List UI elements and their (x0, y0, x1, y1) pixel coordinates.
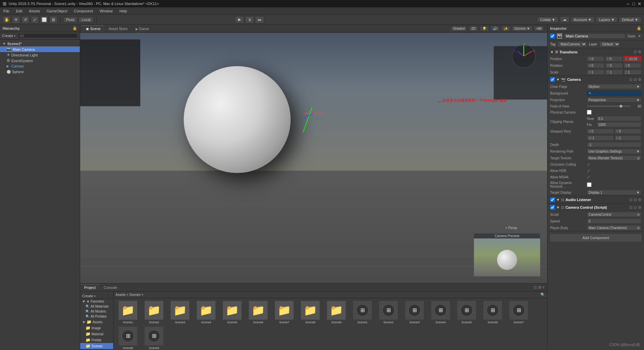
far-value[interactable]: 1000 (597, 122, 641, 127)
tab-project[interactable]: Project (80, 284, 100, 291)
audio-listener-icon-btn2[interactable]: ⊡ (634, 198, 637, 202)
camera-control-icon-btn2[interactable]: ⊡ (634, 205, 637, 210)
depth-value[interactable]: -1 (587, 142, 641, 147)
vp-h-field[interactable]: H1 (615, 135, 642, 141)
default-btn[interactable]: Default ▼ (619, 17, 641, 23)
local-btn[interactable]: Local (78, 17, 93, 23)
audio-listener-icon-btn3[interactable]: ⚙ (638, 198, 641, 202)
project-item-scene6-unity[interactable]: ⊞ Scene6 (481, 301, 504, 324)
camera-control-icon-btn1[interactable]: ⊡ (629, 205, 632, 210)
tab-game[interactable]: ▶Game (132, 25, 153, 32)
project-search-icon[interactable]: 🔍 (540, 293, 545, 297)
layers-btn[interactable]: Layers ▼ (596, 17, 618, 23)
pause-btn[interactable]: ⏸ (245, 16, 254, 23)
project-item-scene1-folder[interactable]: 📁 Scene1 (116, 301, 140, 324)
transform-header[interactable]: ▼ ⊞ Transform ⊡ ⚙ (547, 48, 644, 55)
scale-z-field[interactable]: Z 1 (624, 69, 641, 75)
tool-transform[interactable]: ⊞ (49, 16, 57, 23)
rot-z-field[interactable]: Z 0 (624, 63, 641, 68)
close-btn[interactable]: ✕ (638, 1, 641, 6)
minimize-btn[interactable]: ─ (627, 1, 630, 6)
pos-x-field[interactable]: X 0 (587, 56, 604, 61)
project-item-scene7-folder[interactable]: 📁 Scene7 (273, 301, 296, 324)
hierarchy-create[interactable]: Create • (2, 34, 15, 38)
camera-control-header[interactable]: ▼ ⊡ Camera Control (Script) ⊡ ⊡ ⚙ (547, 204, 644, 211)
scale-x-field[interactable]: X 1 (587, 69, 605, 75)
tool-rotate[interactable]: ↺ (21, 16, 29, 23)
hierarchy-lock[interactable]: 🔒 (72, 26, 77, 30)
hierarchy-item-maincamera[interactable]: 📷 Main Camera (0, 46, 80, 52)
project-allprefabs[interactable]: 🔍 All Prefabs (80, 314, 113, 319)
project-material[interactable]: 📁 Material (80, 331, 113, 337)
transform-icon-btn2[interactable]: ⚙ (638, 50, 641, 54)
vp-w-field[interactable]: W1 (587, 135, 614, 141)
speed-value[interactable]: 2 (587, 218, 641, 224)
project-item-scene1-unity[interactable]: ⊞ Scene1 (351, 301, 374, 324)
project-item-scene9-folder[interactable]: 📁 Scene9 (325, 301, 348, 324)
project-create-btn[interactable]: Create • (82, 294, 96, 298)
menu-gameobject[interactable]: GameObject (45, 8, 69, 14)
2d-btn[interactable]: 2D (469, 26, 478, 31)
allow-dynamic-checkbox[interactable] (587, 182, 592, 187)
fov-slider[interactable] (587, 106, 631, 107)
scene-view[interactable]: Camera Preview X Y (80, 33, 547, 283)
hierarchy-item-scene1[interactable]: ▼ Scene1* (0, 41, 80, 46)
rot-x-field[interactable]: X 0 (587, 63, 605, 68)
background-color[interactable]: ✎ (587, 91, 641, 96)
transform-icon-btn1[interactable]: ⊡ (634, 50, 637, 54)
inspector-lock[interactable]: 🔒 (637, 26, 641, 30)
allow-msaa-check[interactable]: ✓ (587, 175, 591, 180)
project-item-scene2-unity[interactable]: ⊞ Scene2 (377, 301, 400, 324)
menu-edit[interactable]: Edit (15, 8, 24, 14)
project-assets[interactable]: ▼ 📁 Assets (80, 319, 113, 325)
project-item-scene5-folder[interactable]: 📁 Scene5 (220, 301, 244, 324)
near-value[interactable]: 0.3 (597, 116, 641, 121)
audio-listener-header[interactable]: ▼ ⊡ Audio Listener ⊡ ⊡ ⚙ (547, 196, 644, 203)
collab-btn[interactable]: Collab ▼ (537, 17, 558, 23)
project-item-scene5-unity[interactable]: ⊞ Scene5 (455, 301, 478, 324)
hierarchy-item-eventsystem[interactable]: ⚙ EventSystem (0, 58, 80, 63)
add-component-btn[interactable]: Add Component (550, 234, 641, 241)
tool-rect[interactable]: ⬜ (40, 16, 48, 23)
project-item-scene7-unity[interactable]: ⊞ Scene7 (507, 301, 530, 324)
camera-icon-btn2[interactable]: ⊡ (634, 77, 637, 82)
hierarchy-item-sphere[interactable]: ⬤ Sphere (0, 69, 80, 74)
camera-comp-header[interactable]: ▼ 📷 Camera ⊡ ⊡ ⚙ (547, 76, 644, 83)
project-item-scene4-unity[interactable]: ⊞ Scene4 (429, 301, 452, 324)
project-scenes[interactable]: 📁 Scenes (80, 343, 113, 349)
rot-y-field[interactable]: Y 0 (605, 63, 623, 68)
hierarchy-item-canvas[interactable]: ▶ Canvas (0, 63, 80, 69)
rendering-path-dropdown[interactable]: Use Graphics Settings ▼ (587, 149, 641, 154)
target-texture-dropdown[interactable]: None (Render Texture) ⊙ (587, 155, 641, 161)
scene-audio[interactable]: 🔊 (491, 26, 499, 31)
obj-name-input[interactable] (564, 33, 625, 39)
script-value[interactable]: CameraControl ⊙ (587, 212, 641, 217)
project-allmaterials[interactable]: 🔍 All Materials (80, 304, 113, 309)
vp-x-field[interactable]: X0 (587, 129, 614, 134)
tool-move[interactable]: ✛ (12, 16, 20, 23)
project-item-scene6-folder[interactable]: 📁 Scene6 (247, 301, 270, 324)
project-item-scene4-folder[interactable]: 📁 Scene4 (194, 301, 218, 324)
tool-hand[interactable]: ✋ (3, 16, 11, 23)
audio-listener-icon-btn1[interactable]: ⊡ (629, 198, 632, 202)
projection-dropdown[interactable]: Perspective ▼ (587, 97, 641, 103)
maximize-btn[interactable]: □ (632, 1, 635, 6)
scene-search[interactable]: •All (534, 26, 544, 31)
menu-help[interactable]: Help (118, 8, 128, 14)
camera-icon-btn1[interactable]: ⊡ (629, 77, 632, 82)
step-btn[interactable]: ⏭ (255, 16, 264, 23)
project-item-scene2-folder[interactable]: 📁 Scene2 (142, 301, 166, 324)
clear-flags-dropdown[interactable]: Skybox ▼ (587, 84, 641, 89)
project-panel-icon3[interactable]: ≡ (542, 285, 544, 290)
project-panel-icon2[interactable]: ⊞ (538, 285, 541, 290)
project-item-scene8-unity[interactable]: ⊞ Scene8 (116, 327, 140, 350)
vp-y-field[interactable]: Y0 (615, 129, 642, 134)
hierarchy-search[interactable] (17, 33, 78, 38)
account-btn[interactable]: Account ▼ (571, 17, 595, 23)
project-item-scene3-unity[interactable]: ⊞ Scene3 (403, 301, 426, 324)
tab-scene[interactable]: 🔲Scene (82, 25, 105, 32)
gizmos-btn[interactable]: Gizmos ▼ (512, 26, 532, 31)
menu-file[interactable]: File (2, 8, 11, 14)
pivot-btn[interactable]: Pivot (63, 17, 77, 23)
tab-assetstore[interactable]: Asset Store (105, 25, 132, 32)
